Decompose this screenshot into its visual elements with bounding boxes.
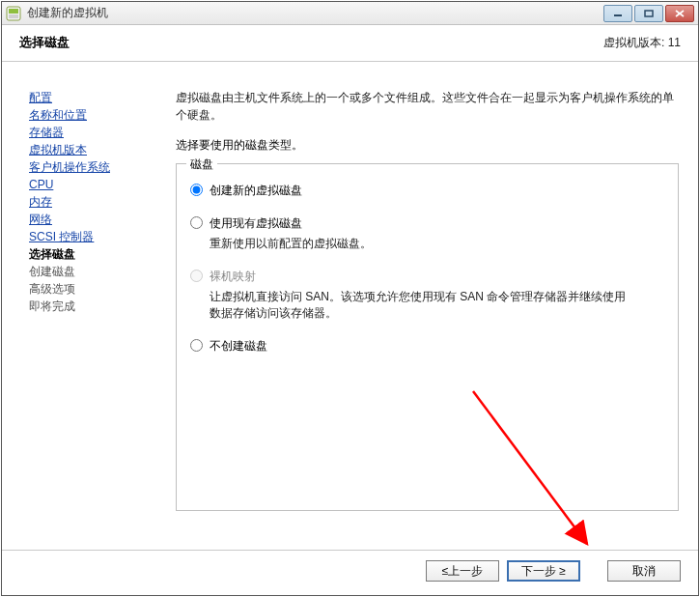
sidebar-item-advanced-options: 高级选项 [29, 280, 158, 298]
sidebar-item-scsi-controller[interactable]: SCSI 控制器 [29, 228, 158, 245]
minimize-button[interactable] [603, 5, 632, 22]
app-icon [6, 6, 21, 21]
sidebar-item-vm-version[interactable]: 虚拟机版本 [29, 141, 158, 158]
page-subtitle: 选择磁盘 [19, 35, 70, 51]
wizard-footer: ≤上一步 下一步 ≥ 取消 [2, 550, 698, 595]
radio-no-disk[interactable]: 不创建磁盘 [190, 337, 664, 355]
maximize-button[interactable] [634, 5, 663, 22]
wizard-body: 配置 名称和位置 存储器 虚拟机版本 客户机操作系统 CPU 内存 网络 SCS… [2, 62, 698, 550]
radio-use-existing-disk-label: 使用现有虚拟磁盘 [210, 214, 302, 232]
wizard-window: 创建新的虚拟机 选择磁盘 虚拟机版本: 11 配置 名称和位置 存储器 虚拟机版… [1, 1, 699, 596]
radio-raw-device-mapping-label: 裸机映射 [210, 268, 256, 285]
radio-no-disk-label: 不创建磁盘 [210, 337, 267, 355]
svg-rect-4 [645, 11, 653, 16]
radio-raw-device-mapping-input [190, 270, 203, 282]
window-title: 创建新的虚拟机 [27, 5, 603, 21]
sidebar-item-configuration[interactable]: 配置 [29, 89, 158, 106]
disk-groupbox: 磁盘 创建新的虚拟磁盘 使用现有虚拟磁盘 重新使用以前配置的虚拟磁盘。 裸机映射… [176, 163, 679, 511]
sidebar-item-select-disk[interactable]: 选择磁盘 [29, 245, 158, 263]
radio-raw-device-mapping-sub: 让虚拟机直接访问 SAN。该选项允许您使用现有 SAN 命令管理存储器并继续使用… [210, 289, 634, 322]
radio-use-existing-disk[interactable]: 使用现有虚拟磁盘 [190, 214, 664, 232]
radio-raw-device-mapping: 裸机映射 [190, 268, 664, 285]
sidebar-item-create-disk: 创建磁盘 [29, 263, 158, 280]
wizard-main-panel: 虚拟磁盘由主机文件系统上的一个或多个文件组成。这些文件合在一起显示为客户机操作系… [166, 62, 698, 550]
disk-prompt: 选择要使用的磁盘类型。 [176, 137, 679, 154]
sidebar-item-storage[interactable]: 存储器 [29, 124, 158, 141]
radio-create-new-disk-input[interactable] [190, 184, 203, 196]
svg-rect-1 [9, 9, 18, 14]
disk-description: 虚拟磁盘由主机文件系统上的一个或多个文件组成。这些文件合在一起显示为客户机操作系… [176, 89, 679, 124]
radio-no-disk-input[interactable] [190, 339, 203, 352]
sidebar-item-network[interactable]: 网络 [29, 211, 158, 228]
wizard-steps-sidebar: 配置 名称和位置 存储器 虚拟机版本 客户机操作系统 CPU 内存 网络 SCS… [2, 62, 166, 550]
radio-create-new-disk[interactable]: 创建新的虚拟磁盘 [190, 182, 664, 199]
back-button[interactable]: ≤上一步 [426, 560, 499, 582]
cancel-button[interactable]: 取消 [607, 560, 681, 582]
next-button[interactable]: 下一步 ≥ [507, 560, 580, 582]
window-controls [603, 5, 694, 22]
sidebar-item-cpu[interactable]: CPU [29, 176, 158, 193]
svg-rect-2 [9, 14, 18, 18]
wizard-header: 选择磁盘 虚拟机版本: 11 [2, 25, 698, 62]
groupbox-title: 磁盘 [186, 156, 217, 173]
sidebar-item-ready-complete: 即将完成 [29, 298, 158, 315]
sidebar-item-guest-os[interactable]: 客户机操作系统 [29, 158, 158, 176]
sidebar-item-name-location[interactable]: 名称和位置 [29, 106, 158, 124]
radio-use-existing-disk-input[interactable] [190, 216, 203, 229]
vm-version-label: 虚拟机版本: 11 [603, 35, 681, 51]
titlebar: 创建新的虚拟机 [2, 2, 698, 25]
radio-create-new-disk-label: 创建新的虚拟磁盘 [210, 182, 302, 199]
radio-use-existing-disk-sub: 重新使用以前配置的虚拟磁盘。 [210, 236, 634, 252]
close-button[interactable] [665, 5, 694, 22]
sidebar-item-memory[interactable]: 内存 [29, 193, 158, 211]
